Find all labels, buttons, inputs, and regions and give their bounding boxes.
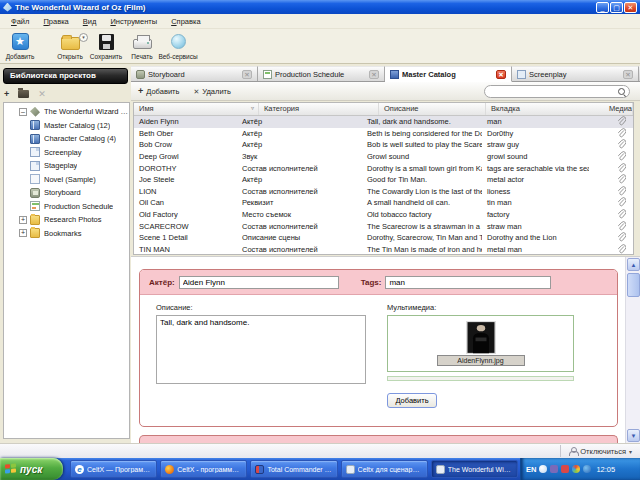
table-row[interactable]: LION Состав исполнителей The Cowardly Li… xyxy=(134,186,633,198)
cell-tag: Dor0thy xyxy=(482,129,589,138)
sidebar-folder-icon[interactable] xyxy=(18,90,29,98)
sidebar-add-icon[interactable] xyxy=(4,89,9,99)
paperclip-icon xyxy=(617,151,626,162)
column-header[interactable]: Описание xyxy=(379,103,486,115)
disconnect-button[interactable]: Отключиться xyxy=(560,445,637,457)
table-row[interactable]: Oil Can Реквизит A small handheld oil ca… xyxy=(134,197,633,209)
toolbar-button[interactable]: Веб-сервисы xyxy=(160,31,196,60)
taskbar-window-button[interactable]: CeltX — Программа... xyxy=(70,460,157,478)
cell-category: Актёр xyxy=(237,117,362,126)
table-row[interactable]: SCARECROW Состав исполнителей The Scarec… xyxy=(134,220,633,232)
tree-twisty-icon[interactable] xyxy=(19,108,27,116)
toolbar-button[interactable]: Сохранить xyxy=(88,31,124,60)
language-indicator[interactable]: EN xyxy=(526,465,536,474)
tray-icon-2[interactable] xyxy=(550,465,558,473)
search-icon[interactable] xyxy=(618,88,625,95)
scroll-thumb[interactable] xyxy=(627,273,640,297)
tags-input[interactable] xyxy=(385,276,551,289)
clock[interactable]: 12:05 xyxy=(596,465,615,474)
close-button[interactable]: ✕ xyxy=(624,2,637,13)
search-input[interactable] xyxy=(491,87,611,97)
table-body: Aiden Flynn Актёр Tall, dark and handsom… xyxy=(134,116,633,255)
taskbar-app-icon xyxy=(75,465,84,474)
media-filename[interactable]: AidenFlynn.jpg xyxy=(437,355,525,366)
tree-item[interactable]: Master Catalog (12) xyxy=(4,119,129,133)
tree-item[interactable]: Stageplay xyxy=(4,159,129,173)
tree-item[interactable]: Bookmarks xyxy=(4,227,129,241)
toolbar-button[interactable]: Добавить xyxy=(2,31,38,60)
table-row[interactable]: DOROTHY Состав исполнителей Dorothy is a… xyxy=(134,162,633,174)
tree-item[interactable]: Novel (Sample) xyxy=(4,173,129,187)
sidebar-remove-icon[interactable] xyxy=(38,89,46,99)
menu-item[interactable]: Вид xyxy=(76,15,104,28)
name-input[interactable] xyxy=(179,276,339,289)
tab-close-icon[interactable] xyxy=(496,70,506,79)
search-box xyxy=(484,85,630,98)
tab-close-icon[interactable] xyxy=(242,70,252,79)
plus-icon xyxy=(138,86,143,96)
tree-item[interactable]: Production Schedule xyxy=(4,200,129,214)
catalog-delete-button[interactable]: Удалить xyxy=(193,87,231,96)
document-tab[interactable]: Screenplay xyxy=(512,66,639,81)
tree-item[interactable]: The Wonderful Wizard of Oz ... xyxy=(4,105,129,119)
table-row[interactable]: Joe Steele Актёр Good for Tin Man. metal… xyxy=(134,174,633,186)
tree-twisty-icon[interactable] xyxy=(19,229,27,237)
table-row[interactable]: Deep Growl Звук Growl sound growl sound xyxy=(134,151,633,163)
taskbar-app-icon xyxy=(255,465,264,474)
taskbar-window-button[interactable]: Celtx для сценарис... xyxy=(341,460,428,478)
cell-name: TIN MAN xyxy=(134,245,237,254)
tab-close-icon[interactable] xyxy=(369,70,379,79)
tree-item[interactable]: Character Catalog (4) xyxy=(4,132,129,146)
toolbar-button[interactable]: Печать xyxy=(124,31,160,60)
table-row[interactable]: TIN MAN Состав исполнителей The Tin Man … xyxy=(134,244,633,255)
cell-media xyxy=(589,186,633,197)
scroll-up-icon[interactable] xyxy=(627,258,640,271)
column-header[interactable]: Имя xyxy=(134,103,259,115)
column-header[interactable]: Категория xyxy=(259,103,379,115)
table-row[interactable]: Beth Ober Актёр Beth is being considered… xyxy=(134,128,633,140)
tree-item[interactable]: Screenplay xyxy=(4,146,129,160)
document-tab[interactable]: Master Catalog xyxy=(385,66,512,82)
tab-close-icon[interactable] xyxy=(623,70,633,79)
media-thumbnail[interactable] xyxy=(466,321,496,354)
media-scroll-strip[interactable] xyxy=(387,376,574,381)
table-row[interactable]: Scene 1 Detail Описание сцены Dorothy, S… xyxy=(134,232,633,244)
column-header[interactable]: Медиа xyxy=(604,103,633,115)
menu-item[interactable]: Файл xyxy=(4,15,36,28)
maximize-button[interactable]: ▢ xyxy=(610,2,623,13)
tree-twisty-icon[interactable] xyxy=(19,216,27,224)
table-row[interactable]: Aiden Flynn Актёр Tall, dark and handsom… xyxy=(134,116,633,128)
menu-item[interactable]: Правка xyxy=(36,15,75,28)
table-row[interactable]: Bob Crow Актёр Bob is well suited to pla… xyxy=(134,139,633,151)
catalog-add-button[interactable]: Добавить xyxy=(138,86,179,96)
cell-description: Bob is well suited to play the Scarec... xyxy=(362,140,482,149)
open-dropdown-icon[interactable] xyxy=(79,33,88,42)
tree-item-label: Research Photos xyxy=(44,215,102,224)
minimize-button[interactable]: _ xyxy=(596,2,609,13)
document-tab[interactable]: Storyboard xyxy=(131,66,258,81)
taskbar-window-button[interactable]: The Wonderful Wiz... xyxy=(431,460,518,478)
tray-volume-icon[interactable] xyxy=(539,465,547,473)
media-add-button[interactable]: Добавить xyxy=(387,393,437,408)
taskbar-window-button[interactable]: CeltX - программа ... xyxy=(160,460,247,478)
column-header[interactable]: Вкладка xyxy=(486,103,604,115)
table-row[interactable]: Old Factory Место съемок Old tobacco fac… xyxy=(134,209,633,221)
menu-item[interactable]: Инструменты xyxy=(103,15,164,28)
tray-icon-3[interactable] xyxy=(561,465,569,473)
item-detail-card: Актёр: Tags: Описание: Tall, dark and ha… xyxy=(139,269,618,427)
document-tab[interactable]: Production Schedule xyxy=(258,66,385,81)
start-button[interactable]: пуск xyxy=(0,458,63,480)
tray-icon-5[interactable] xyxy=(583,465,591,473)
menu-item[interactable]: Справка xyxy=(164,15,207,28)
scroll-down-icon[interactable] xyxy=(627,429,640,442)
description-textarea[interactable]: Tall, dark and handsome. xyxy=(156,315,366,384)
cell-media xyxy=(589,128,633,139)
tray-icon-4[interactable] xyxy=(572,465,580,473)
tree-item[interactable]: Research Photos xyxy=(4,213,129,227)
catalog-table: Имя Категория Описание Вкладка Медиа Aid… xyxy=(133,102,634,255)
detail-scrollbar[interactable] xyxy=(625,257,640,443)
window-titlebar: The Wonderful Wizard of Oz (Film) _ ▢ ✕ xyxy=(0,0,640,14)
taskbar-window-button[interactable]: Total Commander 7... xyxy=(250,460,337,478)
tree-item[interactable]: Storyboard xyxy=(4,186,129,200)
toolbar-button[interactable]: Открыть xyxy=(52,31,88,60)
